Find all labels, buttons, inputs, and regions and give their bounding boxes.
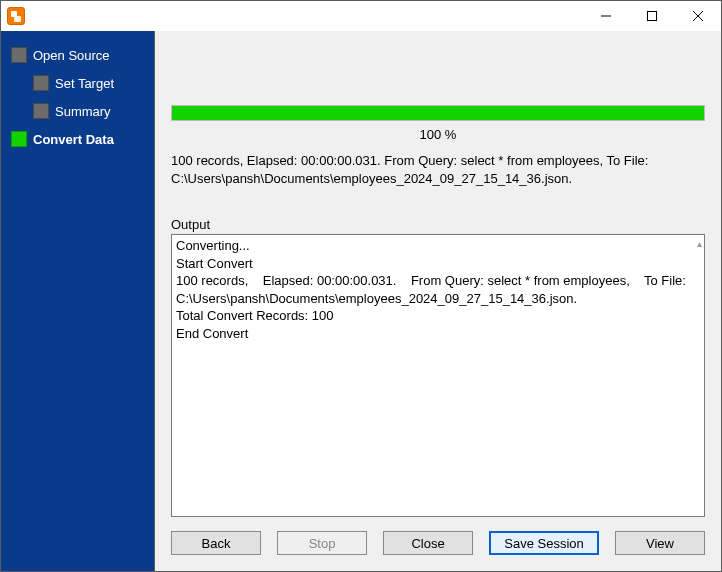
close-button[interactable]: Close — [383, 531, 473, 555]
step-label: Set Target — [55, 76, 114, 91]
view-button[interactable]: View — [615, 531, 705, 555]
step-box-icon — [11, 47, 27, 63]
progress-bar — [171, 105, 705, 121]
maximize-button[interactable] — [629, 1, 675, 31]
progress-section: 100 % — [171, 105, 705, 152]
step-label: Convert Data — [33, 132, 114, 147]
button-row: Back Stop Close Save Session View — [155, 517, 721, 571]
minimize-button[interactable] — [583, 1, 629, 31]
maximize-icon — [647, 11, 657, 21]
wizard-sidebar: Open Source Set Target Summary Convert D… — [1, 31, 155, 571]
save-session-button[interactable]: Save Session — [489, 531, 599, 555]
step-label: Summary — [55, 104, 111, 119]
output-textarea[interactable]: ▴Converting... Start Convert 100 records… — [171, 234, 705, 517]
step-box-icon — [33, 103, 49, 119]
main-panel: 100 % 100 records, Elapsed: 00:00:00.031… — [155, 31, 721, 571]
progress-label: 100 % — [171, 121, 705, 152]
titlebar — [1, 1, 721, 31]
summary-text: 100 records, Elapsed: 00:00:00.031. From… — [171, 152, 705, 217]
scroll-up-icon: ▴ — [697, 237, 702, 251]
output-text: Converting... Start Convert 100 records,… — [176, 238, 690, 341]
close-window-button[interactable] — [675, 1, 721, 31]
step-open-source[interactable]: Open Source — [1, 41, 155, 69]
window-controls — [583, 1, 721, 31]
step-set-target[interactable]: Set Target — [1, 69, 155, 97]
body: Open Source Set Target Summary Convert D… — [1, 31, 721, 571]
progress-fill — [172, 106, 704, 120]
close-icon — [693, 11, 703, 21]
wizard-steps: Open Source Set Target Summary Convert D… — [1, 41, 155, 153]
step-box-icon — [33, 75, 49, 91]
titlebar-left — [1, 7, 31, 25]
top-spacer — [171, 31, 705, 105]
svg-rect-1 — [648, 12, 657, 21]
app-icon — [7, 7, 25, 25]
content-area: 100 % 100 records, Elapsed: 00:00:00.031… — [155, 31, 721, 517]
output-label: Output — [171, 217, 705, 234]
stop-button: Stop — [277, 531, 367, 555]
app-window: Open Source Set Target Summary Convert D… — [0, 0, 722, 572]
back-button[interactable]: Back — [171, 531, 261, 555]
step-convert-data[interactable]: Convert Data — [1, 125, 155, 153]
step-summary[interactable]: Summary — [1, 97, 155, 125]
step-label: Open Source — [33, 48, 110, 63]
step-box-icon — [11, 131, 27, 147]
minimize-icon — [601, 11, 611, 21]
